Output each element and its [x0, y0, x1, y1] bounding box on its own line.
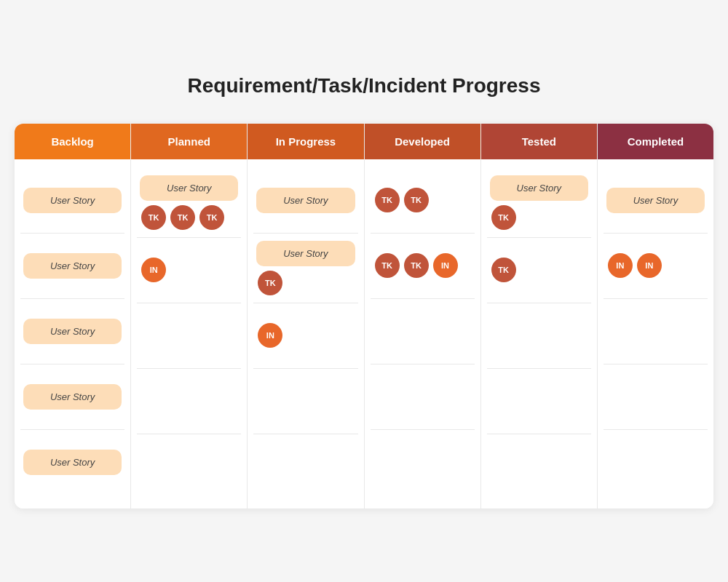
cell-developed-4: [371, 430, 475, 495]
cell-backlog-1: User Story: [20, 234, 124, 299]
cell-planned-1: IN: [137, 238, 241, 303]
col-developed: DevelopedTKTKTKTKIN: [365, 124, 481, 509]
cell-completed-4: [604, 430, 708, 495]
badge-tk: TK: [375, 188, 400, 212]
cell-tested-1: TK: [487, 238, 591, 303]
badge-row: TK: [490, 205, 516, 230]
cell-tested-3: [487, 369, 591, 434]
badge-row: IN: [140, 258, 166, 282]
cell-completed-3: [604, 364, 708, 430]
cell-inprogress-2: IN: [253, 303, 357, 369]
user-story-card[interactable]: User Story: [256, 188, 355, 213]
badge-row: TKTK: [373, 188, 429, 212]
cell-planned-4: [137, 434, 241, 500]
page-wrapper: Requirement/Task/Incident Progress Backl…: [0, 0, 728, 582]
badge-row: TKTKTK: [140, 205, 224, 230]
col-body-backlog: User StoryUser StoryUser StoryUser Story…: [15, 159, 130, 509]
cell-developed-3: [371, 364, 475, 430]
user-story-card[interactable]: User Story: [23, 384, 122, 410]
badge-row: ININ: [606, 253, 662, 278]
badge-in: IN: [258, 323, 282, 348]
badge-tk: TK: [491, 205, 516, 230]
cell-planned-3: [137, 369, 241, 434]
col-header-completed: Completed: [598, 124, 713, 159]
col-body-tested: User StoryTKTK: [481, 159, 597, 509]
badge-in: IN: [433, 253, 458, 278]
user-story-card[interactable]: User Story: [140, 175, 238, 201]
user-story-card[interactable]: User Story: [23, 450, 122, 475]
badge-row: TK: [490, 258, 516, 282]
col-header-planned: Planned: [131, 124, 247, 159]
badge-row: TKTKIN: [373, 253, 458, 278]
cell-inprogress-4: [253, 434, 357, 500]
badge-tk: TK: [141, 205, 166, 230]
cell-tested-0: User StoryTK: [487, 168, 591, 238]
kanban-board: BacklogUser StoryUser StoryUser StoryUse…: [15, 124, 713, 509]
badge-tk: TK: [491, 258, 516, 282]
cell-completed-0: User Story: [604, 168, 708, 234]
badge-tk: TK: [375, 253, 400, 278]
badge-in: IN: [608, 253, 633, 278]
cell-planned-0: User StoryTKTKTK: [137, 168, 241, 238]
badge-tk: TK: [404, 253, 429, 278]
cell-completed-1: ININ: [604, 234, 708, 299]
cell-developed-2: [371, 299, 475, 364]
col-planned: PlannedUser StoryTKTKTKIN: [131, 124, 248, 509]
cell-developed-1: TKTKIN: [371, 234, 475, 299]
col-completed: CompletedUser StoryININ: [598, 124, 713, 509]
cell-backlog-0: User Story: [20, 168, 124, 234]
user-story-card[interactable]: User Story: [23, 319, 122, 344]
badge-in: IN: [637, 253, 662, 278]
cell-completed-2: [604, 299, 708, 364]
badge-row: IN: [256, 323, 282, 348]
badge-row: TK: [256, 271, 282, 295]
user-story-card[interactable]: User Story: [23, 253, 122, 279]
col-inprogress: In ProgressUser StoryUser StoryTKIN: [248, 124, 364, 509]
cell-backlog-4: User Story: [20, 430, 124, 495]
cell-planned-2: [137, 303, 241, 369]
col-header-developed: Developed: [365, 124, 480, 159]
col-body-developed: TKTKTKTKIN: [365, 159, 480, 509]
badge-tk: TK: [199, 205, 224, 230]
cell-backlog-3: User Story: [20, 364, 124, 430]
badge-tk: TK: [404, 188, 429, 212]
cell-tested-2: [487, 303, 591, 369]
user-story-card[interactable]: User Story: [490, 175, 588, 201]
col-tested: TestedUser StoryTKTK: [481, 124, 598, 509]
col-header-inprogress: In Progress: [248, 124, 363, 159]
cell-inprogress-1: User StoryTK: [253, 234, 357, 303]
badge-in: IN: [141, 258, 166, 282]
col-body-completed: User StoryININ: [598, 159, 713, 509]
user-story-card[interactable]: User Story: [23, 188, 122, 213]
cell-developed-0: TKTK: [371, 168, 475, 234]
col-body-inprogress: User StoryUser StoryTKIN: [248, 159, 363, 509]
page-title: Requirement/Task/Incident Progress: [188, 74, 541, 97]
col-body-planned: User StoryTKTKTKIN: [131, 159, 247, 509]
cell-tested-4: [487, 434, 591, 500]
badge-tk: TK: [258, 271, 282, 295]
user-story-card[interactable]: User Story: [256, 241, 355, 266]
cell-backlog-2: User Story: [20, 299, 124, 364]
badge-tk: TK: [170, 205, 195, 230]
cell-inprogress-0: User Story: [253, 168, 357, 234]
user-story-card[interactable]: User Story: [606, 188, 705, 213]
cell-inprogress-3: [253, 369, 357, 434]
col-backlog: BacklogUser StoryUser StoryUser StoryUse…: [15, 124, 131, 509]
col-header-tested: Tested: [481, 124, 597, 159]
col-header-backlog: Backlog: [15, 124, 130, 159]
